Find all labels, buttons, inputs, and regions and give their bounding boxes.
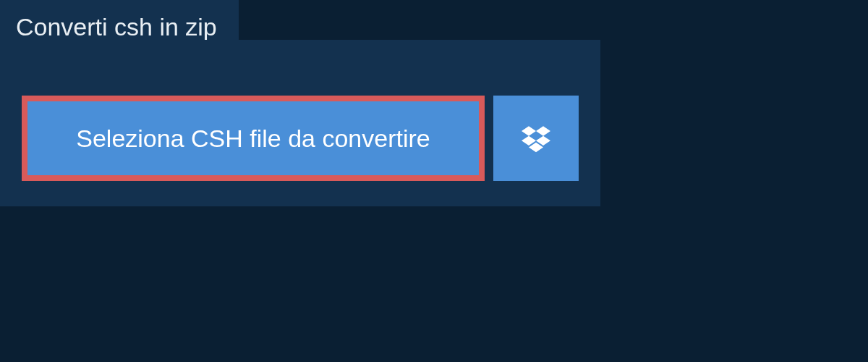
action-buttons-row: Seleziona CSH file da convertire	[22, 96, 579, 181]
tab-label: Converti csh in zip	[16, 13, 217, 41]
dropbox-icon	[522, 124, 550, 153]
dropbox-button[interactable]	[493, 96, 579, 181]
select-file-button-label: Seleziona CSH file da convertire	[76, 125, 430, 153]
select-file-button[interactable]: Seleziona CSH file da convertire	[22, 96, 485, 181]
